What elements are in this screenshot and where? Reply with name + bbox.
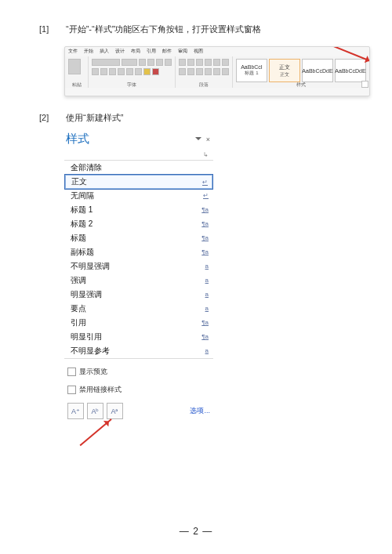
ribbon-screenshot: 文件 开始 插入 设计 布局 引用 邮件 审阅 视图 粘贴 — [64, 46, 370, 96]
style-kind-icon: ¶a — [201, 234, 209, 241]
style-kind-icon: ¶a — [201, 333, 209, 340]
style-tile: AaBbCcDdE — [335, 59, 366, 82]
ribbon-tab: 开始 — [84, 48, 93, 56]
style-item[interactable]: 明显强调a — [64, 288, 213, 302]
style-item-label: 正文 — [71, 176, 87, 187]
style-kind-icon: ¶a — [201, 319, 209, 326]
style-item-label: 要点 — [71, 303, 86, 314]
step1-number: [1] — [39, 24, 55, 34]
underline-icon — [109, 68, 116, 75]
style-inspector-button[interactable]: Aᵇ — [87, 403, 103, 419]
style-item-label: 引用 — [71, 317, 86, 328]
indent-inc-icon — [213, 59, 220, 66]
style-item-label: 无间隔 — [71, 190, 94, 201]
style-item-label: 不明显强调 — [71, 261, 110, 272]
ribbon-group-clipboard: 粘贴 — [65, 56, 89, 88]
style-item[interactable]: 明显引用¶a — [64, 330, 213, 344]
italic-icon — [100, 68, 107, 75]
style-sample: 正文 — [279, 63, 290, 71]
ribbon-group-paragraph: 段落 — [176, 56, 233, 88]
style-item[interactable]: 标题¶a — [64, 231, 213, 245]
checkbox-label: 禁用链接样式 — [79, 385, 122, 395]
ribbon-tab: 文件 — [68, 48, 78, 56]
style-name: 标题 1 — [245, 70, 258, 77]
align-left-icon — [179, 68, 186, 75]
style-kind-icon: a — [205, 305, 209, 312]
style-item-label: 标题 1 — [71, 205, 93, 215]
pane-dropdown-icon[interactable] — [195, 137, 201, 143]
style-kind-icon: a — [205, 291, 209, 298]
style-sample: AaBbCcI — [241, 64, 263, 70]
paste-icon — [68, 59, 81, 74]
style-kind-icon: ↵ — [203, 192, 209, 199]
style-kind-icon: ↵ — [202, 179, 208, 186]
styles-pane-title: 样式 — [66, 132, 89, 147]
ribbon-tab: 视图 — [194, 48, 203, 56]
style-sample: AaBbCcDdE — [302, 68, 332, 74]
step1-text: “开始”-“样式”功能区右下角按钮，打开设置样式窗格 — [66, 24, 368, 35]
styles-pane: 样式 × ↳ 全部清除 正文↵ 无间隔↵ 标题 1¶a 标题 2¶a 标题¶a … — [64, 130, 213, 419]
highlight-icon — [143, 68, 151, 75]
style-tile-active: 正文 正文 — [269, 59, 300, 82]
ribbon-group-styles: AaBbCcI 标题 1 正文 正文 AaBbCcDdE AaBbCcDdE 样… — [233, 56, 369, 88]
step-1: [1] “开始”-“样式”功能区右下角按钮，打开设置样式窗格 文件 开始 插入 … — [39, 24, 368, 96]
style-item-label: 副标题 — [71, 247, 94, 258]
style-item-label: 明显强调 — [71, 289, 102, 300]
styles-pane-header: 样式 × — [64, 130, 213, 148]
checkbox-label: 显示预览 — [79, 367, 107, 377]
ribbon-tabs: 文件 开始 插入 设计 布局 引用 邮件 审阅 视图 — [65, 47, 369, 56]
style-item[interactable]: 不明显强调a — [64, 259, 213, 273]
style-item[interactable]: 全部清除 — [64, 161, 213, 175]
options-link[interactable]: 选项... — [190, 406, 213, 416]
bold-icon — [92, 68, 99, 75]
style-item[interactable]: 标题 1¶a — [64, 203, 213, 217]
style-item[interactable]: 标题 2¶a — [64, 217, 213, 231]
bullets-icon — [179, 59, 186, 66]
style-item-label: 标题 2 — [71, 219, 93, 230]
indent-dec-icon — [205, 59, 212, 66]
align-center-icon — [187, 68, 194, 75]
font-name-box — [92, 59, 120, 66]
ribbon-tab: 审阅 — [178, 48, 187, 56]
numbering-icon — [187, 59, 194, 66]
style-item-label: 标题 — [71, 233, 86, 244]
clear-format-icon — [165, 59, 172, 66]
close-icon[interactable]: × — [206, 136, 210, 143]
superscript-icon — [135, 68, 142, 75]
new-style-button[interactable]: A⁺ — [67, 403, 84, 419]
ribbon-group-label: 字体 — [89, 81, 175, 89]
pane-inset-indicator: ↳ — [64, 148, 213, 160]
grow-font-icon — [139, 59, 146, 66]
style-tile: AaBbCcI 标题 1 — [236, 59, 267, 82]
style-kind-icon: ¶a — [201, 206, 209, 213]
step2-text: 使用“新建样式” — [66, 112, 368, 124]
style-item[interactable]: 要点a — [64, 302, 213, 316]
style-kind-icon: a — [205, 263, 209, 270]
show-preview-checkbox[interactable]: 显示预览 — [67, 367, 213, 377]
styles-list: 全部清除 正文↵ 无间隔↵ 标题 1¶a 标题 2¶a 标题¶a 副标题¶a 不… — [64, 160, 213, 359]
subscript-icon — [126, 68, 133, 75]
style-item[interactable]: 强调a — [64, 273, 213, 288]
style-item[interactable]: 引用¶a — [64, 316, 213, 330]
style-item[interactable]: 无间隔↵ — [64, 189, 213, 203]
ribbon-group-label: 样式 — [233, 81, 369, 89]
style-item-selected[interactable]: 正文↵ — [64, 174, 213, 190]
style-item[interactable]: 不明显参考a — [64, 344, 213, 358]
style-kind-icon: a — [205, 277, 209, 284]
style-sample: AaBbCcDdE — [335, 68, 365, 74]
change-case-icon — [156, 59, 163, 66]
ribbon-group-label: 段落 — [176, 81, 232, 89]
ribbon-tab: 引用 — [147, 48, 156, 56]
checkbox-icon — [67, 368, 76, 376]
align-right-icon — [196, 68, 203, 75]
style-name: 正文 — [280, 71, 289, 78]
disable-linked-checkbox[interactable]: 禁用链接样式 — [67, 385, 213, 395]
style-tile: AaBbCcDdE — [302, 59, 333, 82]
pane-button-row: A⁺ Aᵇ Aᵃ 选项... — [67, 403, 213, 419]
style-item-label: 全部清除 — [71, 162, 102, 173]
style-kind-icon: ¶a — [201, 220, 209, 227]
multilevel-icon — [196, 59, 203, 66]
style-item[interactable]: 副标题¶a — [64, 245, 213, 259]
font-size-box — [122, 59, 137, 66]
ribbon-group-font: 字体 — [89, 56, 176, 88]
